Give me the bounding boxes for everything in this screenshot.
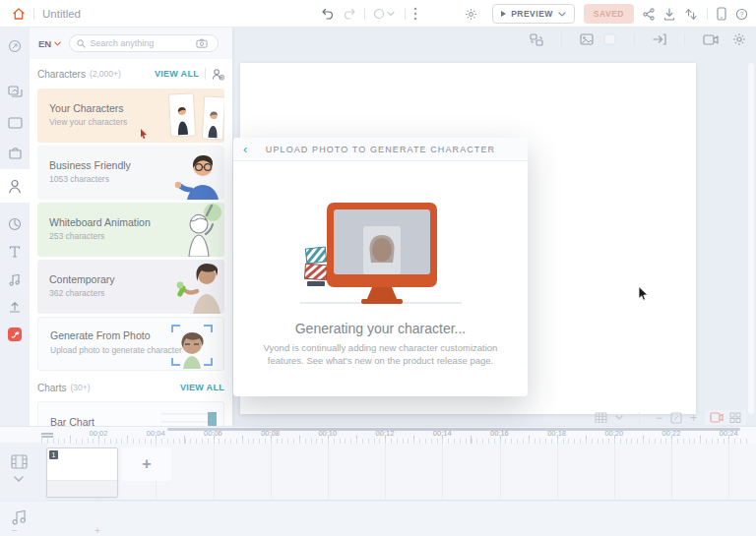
scene-track: 1 + [0,443,756,501]
image-icon[interactable] [580,33,594,45]
version-history-icon[interactable] [373,8,397,20]
saved-button: SAVED [584,4,634,24]
filmstrip-icon[interactable] [11,454,28,469]
character-illustration [169,150,220,200]
scene-elements-icon[interactable] [530,33,543,46]
card-bar-chart[interactable]: Bar Chart 6 charts [37,401,224,426]
more-options-icon[interactable] [413,7,417,21]
section-count: (30+) [70,383,90,392]
storyboard-view-icon[interactable] [729,412,741,423]
add-camera-icon[interactable] [710,412,724,423]
timeline-zoom-in[interactable]: + [690,411,697,425]
audio-track: − + [0,502,756,536]
section-title: Charts [37,383,66,393]
card-business-friendly[interactable]: Business Friendly 1053 characters [37,146,224,200]
collapse-track-icon[interactable] [14,476,24,482]
home-icon[interactable] [12,7,26,21]
back-icon[interactable]: ‹ [243,142,247,156]
character-illustration [167,260,222,314]
chevron-down-icon [558,12,566,17]
chart-icon[interactable] [0,209,30,239]
stock-badge [8,328,22,341]
stock-media-icon[interactable] [0,320,30,349]
download-icon[interactable] [663,8,675,21]
card-subtitle: Upload photo to generate character [50,345,182,355]
audio-library-icon[interactable] [0,265,30,294]
chevron-down-icon [54,41,61,46]
bar-chart-thumbnail [158,406,218,426]
section-count: (2,000+) [90,69,121,79]
divider [634,33,635,45]
document-title[interactable]: Untitled [42,8,81,20]
card-subtitle: View your characters [49,117,127,127]
device-preview-icon[interactable] [717,7,726,21]
vyond-editor: Untitled PREVIEW [0,0,756,536]
card-generate-from-photo[interactable]: Generate From Photo Upload photo to gene… [37,317,224,371]
modal-body-text: Vyond is continually adding new characte… [257,342,504,368]
background-icon[interactable] [0,108,30,138]
card-your-characters[interactable]: Your Characters View your characters [37,89,224,143]
language-label: EN [38,38,51,49]
library-rail [0,28,30,426]
view-all-characters-link[interactable]: VIEW ALL [155,69,199,79]
red-cursor-icon [140,129,148,139]
character-tab-icon[interactable] [0,169,30,203]
upload-icon[interactable] [0,292,30,322]
card-title: Generate From Photo [50,329,151,341]
card-whiteboard-animation[interactable]: Whiteboard Animation 253 characters [37,203,224,257]
redo-icon[interactable] [344,8,356,20]
face-scan-illustration [170,323,214,370]
props-icon[interactable] [0,138,30,167]
search-row: EN [30,28,232,59]
add-scene-button[interactable]: + [122,447,171,481]
add-character-icon[interactable] [212,68,224,81]
fit-timeline-icon[interactable] [670,412,682,424]
settings-icon[interactable] [465,8,477,21]
card-subtitle: 362 characters [49,288,104,298]
view-all-charts-link[interactable]: VIEW ALL [180,383,224,392]
enter-exit-icon[interactable] [653,33,666,45]
section-title: Characters [37,69,86,80]
preview-label: PREVIEW [511,9,553,19]
generate-character-modal: ‹ UPLOAD PHOTO TO GENERATE CHARACTER [233,138,528,396]
character-illustration [169,203,222,257]
search-input[interactable] [90,38,196,48]
undo-icon[interactable] [321,8,334,20]
search-box[interactable] [69,34,219,52]
search-icon [77,39,86,48]
modal-header: ‹ UPLOAD PHOTO TO GENERATE CHARACTER [233,138,528,161]
canvas-scrollbar[interactable] [748,63,754,414]
resize-video-icon[interactable] [684,8,698,21]
characters-section-header: Characters (2,000+) VIEW ALL [30,63,232,85]
timeline-scrollbar[interactable] [167,428,740,431]
timeline-zoom-out[interactable]: − [656,411,662,425]
canvas-toolbar [530,32,746,46]
share-icon[interactable] [643,8,655,21]
preview-button[interactable]: PREVIEW [492,4,575,24]
audio-zoom-in[interactable]: + [94,525,100,536]
divider [405,8,406,20]
card-title: Business Friendly [49,159,131,171]
templates-icon[interactable] [0,77,30,106]
timeline-view-group [705,410,746,425]
audio-zoom-out[interactable]: − [12,525,18,536]
top-bar: Untitled PREVIEW [0,0,756,28]
divider [364,8,365,20]
quick-search-icon[interactable] [0,31,30,61]
chevron-down-icon[interactable] [615,415,623,420]
help-icon[interactable]: ? [735,8,748,21]
card-contemporary[interactable]: Contemporary 362 characters [37,260,224,314]
monitor-illustration [294,189,468,309]
image-search-icon[interactable] [196,38,208,48]
audio-track-icon[interactable] [12,509,27,525]
text-icon[interactable] [0,237,30,267]
scene-thumbnail[interactable]: 1 [46,447,118,498]
snap-grid-icon[interactable] [595,412,607,423]
blank-frame-icon[interactable] [603,33,616,45]
divider [205,68,206,80]
canvas-settings-icon[interactable] [732,32,746,46]
card-subtitle: 1053 characters [49,174,109,184]
language-selector[interactable]: EN [38,38,61,49]
camera-icon[interactable] [703,34,719,45]
divider [33,8,34,20]
